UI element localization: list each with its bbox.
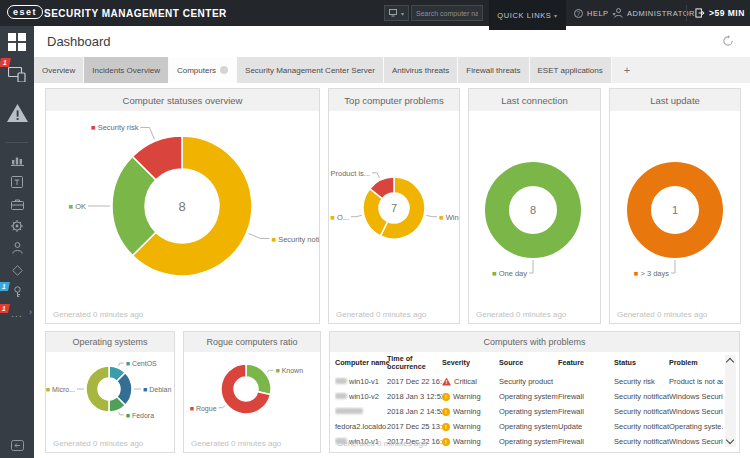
col-severity[interactable]: Severity bbox=[442, 359, 499, 367]
diamond-icon bbox=[12, 265, 23, 276]
sidebar-item-detections[interactable] bbox=[0, 90, 34, 136]
add-tab-button[interactable]: + bbox=[612, 57, 642, 83]
table-row[interactable]: win10-v1 2017 Dec 22 16:... Warning Oper… bbox=[330, 449, 739, 453]
svg-text:■ Known: ■ Known bbox=[275, 367, 303, 374]
table-scrollbar[interactable] bbox=[725, 355, 736, 447]
help-icon: ? bbox=[574, 9, 583, 18]
user-menu[interactable]: ADMINISTRATOR bbox=[614, 0, 695, 26]
svg-text:■ Fedora: ■ Fedora bbox=[126, 412, 154, 419]
scroll-down-icon[interactable] bbox=[726, 436, 734, 444]
panel-title: Operating systems bbox=[46, 332, 174, 352]
donut-chart-operating-systems[interactable]: ■ CentOS■ Debian■ Fedora■ Micro... bbox=[46, 352, 174, 436]
table-row[interactable]: 2018 Jan 2 14:52... Warning Operating sy… bbox=[330, 404, 739, 419]
table-row[interactable]: win10-v2 2018 Jan 3 12:53:... Warning Op… bbox=[330, 389, 739, 404]
donut-chart-computer-statuses[interactable]: ■ Security noti...■ OK■ Security risk8 bbox=[46, 111, 319, 315]
panel-operating-systems: Operating systems ■ CentOS■ Debian■ Fedo… bbox=[45, 331, 175, 453]
refresh-icon[interactable] bbox=[722, 35, 734, 47]
generated-note: Generated 0 minutes ago bbox=[337, 439, 427, 448]
generated-note: Generated 0 minutes ago bbox=[476, 310, 566, 319]
sidebar-item-users[interactable] bbox=[0, 237, 34, 259]
col-time[interactable]: Time of occurrence bbox=[387, 355, 442, 372]
col-source[interactable]: Source bbox=[499, 359, 558, 367]
collapse-icon bbox=[11, 440, 24, 451]
sidebar-item-installers[interactable] bbox=[0, 193, 34, 215]
tab-antivirus-threats[interactable]: Antivirus threats bbox=[384, 57, 458, 83]
main-area: Dashboard Overview Incidents Overview Co… bbox=[34, 26, 750, 458]
svg-text:■ > 3 days: ■ > 3 days bbox=[634, 269, 669, 278]
computer-icon bbox=[389, 9, 399, 18]
sidebar-item-policies[interactable] bbox=[0, 215, 34, 237]
topbar: eset SECURITY MANAGEMENT CENTER ▾ QUICK … bbox=[0, 0, 750, 26]
sidebar-item-computers[interactable]: 1 bbox=[0, 58, 34, 90]
sidebar-item-dashboard[interactable] bbox=[0, 26, 34, 58]
redacted-blur bbox=[335, 378, 347, 384]
eset-logo: eset bbox=[7, 5, 43, 19]
sidebar-item-submitted-files[interactable] bbox=[0, 171, 34, 193]
tab-overview[interactable]: Overview bbox=[34, 57, 84, 83]
svg-text:8: 8 bbox=[530, 204, 536, 216]
donut-chart-last-update[interactable]: ■ > 3 days1 bbox=[610, 111, 740, 315]
donut-chart-top-problems[interactable]: ■ Win...■ O...■ Product is...7 bbox=[329, 111, 459, 315]
key-icon bbox=[12, 286, 23, 298]
severity-icon bbox=[442, 408, 450, 416]
session-timer-button[interactable]: >59 MIN bbox=[686, 5, 745, 21]
ellipsis-icon: ... bbox=[11, 311, 22, 317]
col-computer-name[interactable]: Computer name bbox=[335, 359, 387, 367]
svg-text:■ One day: ■ One day bbox=[492, 269, 527, 278]
tab-firewall-threats[interactable]: Firewall threats bbox=[458, 57, 529, 83]
severity-icon bbox=[442, 393, 450, 401]
svg-text:1: 1 bbox=[672, 204, 678, 216]
donut-chart-last-connection[interactable]: ■ One day8 bbox=[469, 111, 600, 315]
col-problem[interactable]: Problem bbox=[669, 359, 723, 367]
table-row[interactable]: win10-v1 2017 Dec 22 16:0... Critical Se… bbox=[330, 374, 739, 389]
severity-icon bbox=[442, 423, 450, 431]
tab-settings-icon[interactable] bbox=[220, 66, 228, 74]
panel-title: Last update bbox=[610, 89, 740, 111]
generated-note: Generated 0 minutes ago bbox=[617, 310, 707, 319]
reports-chart-icon bbox=[11, 155, 24, 166]
tab-computers[interactable]: Computers bbox=[169, 57, 237, 83]
help-button[interactable]: ? HELP ▾ bbox=[574, 0, 616, 26]
warning-triangle-icon bbox=[7, 104, 28, 122]
quick-links-button[interactable]: QUICK LINKS ▾ bbox=[489, 0, 566, 30]
sidebar-item-notifications[interactable] bbox=[0, 259, 34, 281]
col-status[interactable]: Status bbox=[614, 359, 669, 367]
col-feature[interactable]: Feature bbox=[558, 359, 614, 367]
generated-note: Generated 0 minutes ago bbox=[191, 439, 281, 448]
panel-top-computer-problems: Top computer problems ■ Win...■ O...■ Pr… bbox=[328, 88, 460, 324]
svg-text:■ Security noti...: ■ Security noti... bbox=[272, 235, 319, 244]
page-title: Dashboard bbox=[47, 34, 111, 49]
generated-note: Generated 0 minutes ago bbox=[53, 439, 143, 448]
svg-text:7: 7 bbox=[391, 202, 397, 214]
tab-smc-server[interactable]: Security Management Center Server bbox=[237, 57, 384, 83]
panel-rogue-computers: Rogue computers ratio ■ Known■ Rogue Gen… bbox=[183, 331, 321, 453]
donut-chart-rogue-ratio[interactable]: ■ Known■ Rogue bbox=[184, 352, 320, 436]
dashboard-content: Computer statuses overview ■ Security no… bbox=[34, 83, 750, 453]
table-header: Computer name Time of occurrence Severit… bbox=[330, 352, 739, 374]
svg-text:■ Product is...: ■ Product is... bbox=[329, 169, 370, 178]
svg-text:■ O...: ■ O... bbox=[330, 213, 349, 222]
sidebar-item-status-overview[interactable]: 1 bbox=[0, 281, 34, 303]
panel-last-update: Last update ■ > 3 days1 Generated 0 minu… bbox=[609, 88, 741, 324]
svg-text:■ CentOS: ■ CentOS bbox=[126, 360, 157, 367]
person-icon bbox=[614, 8, 623, 18]
severity-icon bbox=[442, 438, 450, 446]
app-title: SECURITY MANAGEMENT CENTER bbox=[44, 8, 227, 19]
scroll-up-icon[interactable] bbox=[726, 358, 734, 366]
sidebar-collapse-button[interactable] bbox=[0, 440, 34, 451]
chevron-down-icon: ▾ bbox=[554, 12, 558, 19]
table-row[interactable]: fedora2.localdo... 2017 Dec 25 13:2... W… bbox=[330, 419, 739, 434]
computers-icon bbox=[8, 67, 26, 82]
panel-last-connection: Last connection ■ One day8 Generated 0 m… bbox=[468, 88, 601, 324]
search-scope-button[interactable]: ▾ bbox=[384, 5, 409, 21]
sidebar-item-more[interactable]: 1 ... › bbox=[0, 303, 34, 325]
gear-icon bbox=[11, 220, 23, 232]
search-input[interactable] bbox=[411, 5, 483, 21]
panel-title: Rogue computers ratio bbox=[184, 332, 320, 352]
logout-icon bbox=[695, 8, 705, 18]
dashboard-grid-icon bbox=[8, 33, 26, 51]
briefcase-icon bbox=[11, 199, 24, 210]
sidebar-item-reports[interactable] bbox=[0, 149, 34, 171]
tab-eset-applications[interactable]: ESET applications bbox=[530, 57, 612, 83]
tab-incidents-overview[interactable]: Incidents Overview bbox=[84, 57, 169, 83]
